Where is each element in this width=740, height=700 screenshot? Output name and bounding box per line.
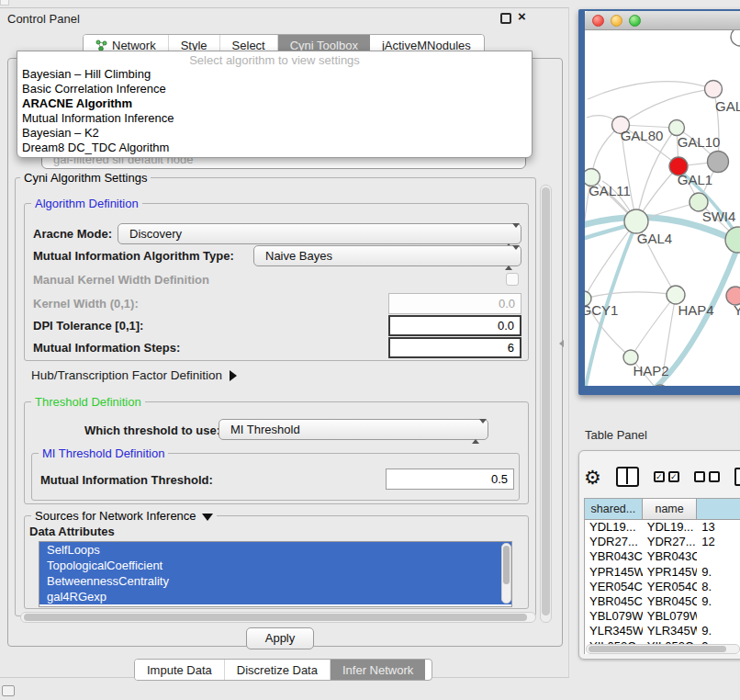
which-threshold-combo[interactable]: MI Threshold <box>219 419 488 440</box>
network-window-titlebar[interactable] <box>585 11 740 30</box>
table-cell: YDL19... <box>643 520 698 535</box>
sources-title[interactable]: Sources for Network Inference <box>31 509 217 523</box>
network-edge <box>585 221 636 299</box>
table-cell: YBL079W <box>585 609 643 624</box>
network-node[interactable] <box>731 30 740 46</box>
settings-hscrollbar[interactable] <box>20 612 536 623</box>
network-window: GALGAL80GAL10GAL1GAL11SWI4GAL4GCY1HAP4YH… <box>578 9 740 395</box>
table-cell: YDL19... <box>585 520 643 535</box>
attribute-item[interactable]: SelfLoops <box>39 542 511 558</box>
scrollbar-thumb[interactable] <box>24 614 527 621</box>
table-row[interactable]: YDL19...YDL19...13 <box>585 520 740 535</box>
node-label: GAL <box>715 98 740 114</box>
minimize-traffic-light[interactable] <box>611 15 622 27</box>
zoom-traffic-light[interactable] <box>629 15 641 27</box>
scrollbar-thumb[interactable] <box>589 646 726 652</box>
kernel-width-field[interactable] <box>388 293 521 314</box>
algorithm-option[interactable]: Dream8 DC_TDC Algorithm <box>17 141 532 155</box>
table-row[interactable]: YER054CYER054C8. <box>585 580 740 594</box>
algorithm-option[interactable]: ARACNE Algorithm <box>17 96 532 111</box>
mi-steps-label: Mutual Information Steps: <box>33 341 180 355</box>
collapse-arrow-icon <box>202 514 213 521</box>
attribute-item[interactable]: BetweennessCentrality <box>39 573 511 589</box>
aracne-mode-label: Aracne Mode: <box>33 227 112 241</box>
new-table-icon[interactable] <box>734 468 740 486</box>
table-cell: 9. <box>697 624 740 638</box>
node-label: GCY1 <box>585 302 618 318</box>
column-header[interactable]: name <box>643 499 698 520</box>
scrollbar-thumb[interactable] <box>542 187 550 615</box>
table-cell: YDR27... <box>585 535 643 549</box>
table-row[interactable]: YLR345WYLR345W9. <box>585 624 740 638</box>
algorithm-definition-title: Algorithm Definition <box>31 197 142 210</box>
node-label: GAL11 <box>589 183 631 198</box>
network-node[interactable] <box>667 286 685 304</box>
table-row[interactable]: YDR27...YDR27...12 <box>585 535 740 549</box>
deselect-all-icon[interactable] <box>694 471 720 482</box>
node-label: Y <box>734 302 740 318</box>
table-cell: 12 <box>697 535 740 549</box>
table-row[interactable]: YBR043CYBR043C <box>585 549 740 564</box>
table-row[interactable]: YBR045CYBR045C9. <box>585 594 740 609</box>
network-node[interactable] <box>705 81 723 98</box>
close-traffic-light[interactable] <box>592 15 604 27</box>
spinner-arrows-icon <box>472 423 479 440</box>
table-cell: YER054C <box>643 580 698 594</box>
mi-threshold-field[interactable] <box>386 469 514 490</box>
spinner-arrows-icon <box>505 228 512 244</box>
data-attributes-list[interactable]: SelfLoopsTopologicalCoefficientBetweenne… <box>39 541 512 607</box>
gear-icon[interactable]: ⚙ <box>584 468 601 487</box>
float-window-icon[interactable] <box>500 13 511 24</box>
table-header: shared...name <box>585 499 740 520</box>
apply-button[interactable]: Apply <box>246 627 314 649</box>
network-canvas[interactable]: GALGAL80GAL10GAL1GAL11SWI4GAL4GCY1HAP4YH… <box>585 30 740 386</box>
dpi-tolerance-field[interactable] <box>388 315 521 336</box>
table-toolbar: ⚙ ✓✓ <box>584 463 740 491</box>
network-node[interactable] <box>708 152 729 173</box>
table-cell: YBR045C <box>643 594 698 609</box>
table-row[interactable]: YBL079WYBL079W <box>585 609 740 624</box>
network-node[interactable] <box>669 120 685 136</box>
table-cell: 9. <box>697 594 740 609</box>
table-row[interactable]: YPR145WYPR145W9. <box>585 565 740 580</box>
mi-threshold-label: Mutual Information Threshold: <box>40 473 213 487</box>
hub-definition-label[interactable]: Hub/Transcription Factor Definition <box>31 368 237 382</box>
attribute-item[interactable]: TopologicalCoefficient <box>39 558 511 573</box>
manual-kernel-width-checkbox[interactable] <box>506 273 519 286</box>
tab-impute-data[interactable]: Impute Data <box>135 660 225 680</box>
network-edge <box>588 82 713 99</box>
network-icon <box>95 40 107 51</box>
algorithm-option[interactable]: Basic Correlation Inference <box>17 82 532 96</box>
select-all-icon[interactable]: ✓✓ <box>654 471 679 482</box>
algorithm-option[interactable]: Bayesian – K2 <box>17 126 532 141</box>
table-hscrollbar[interactable] <box>586 644 740 654</box>
table-cell: YDR27... <box>643 535 698 549</box>
algorithm-option[interactable]: Bayesian – Hill Climbing <box>17 67 532 82</box>
cyni-algorithm-settings-title: Cyni Algorithm Settings <box>20 171 151 185</box>
dropdown-prompt: Select algorithm to view settings <box>17 51 532 67</box>
column-header[interactable]: shared... <box>585 499 643 520</box>
splitter-handle-icon[interactable] <box>559 340 564 347</box>
network-node[interactable] <box>725 227 740 253</box>
tab-infer-network[interactable]: Infer Network <box>331 660 425 680</box>
node-label: GAL10 <box>678 134 721 150</box>
table-cell: 8. <box>697 580 740 594</box>
attribute-item[interactable]: gal4RGexp <box>39 589 511 604</box>
mi-algorithm-type-combo[interactable]: Naive Bayes <box>253 245 521 266</box>
node-label: HAP4 <box>678 302 713 318</box>
minimized-panel-icon[interactable] <box>2 685 15 696</box>
split-view-icon[interactable] <box>616 467 639 487</box>
node-table: shared...name YDL19...YDL19...13YDR27...… <box>584 498 740 654</box>
attributes-scrollbar[interactable] <box>501 543 511 604</box>
table-cell: 13 <box>697 520 740 535</box>
table-cell: YER054C <box>585 580 643 594</box>
data-attributes-label: Data Attributes <box>29 525 115 538</box>
column-header[interactable] <box>697 499 740 520</box>
scrollbar-thumb[interactable] <box>503 546 510 584</box>
mi-steps-field[interactable] <box>388 337 521 358</box>
close-icon[interactable]: × <box>518 8 526 24</box>
aracne-mode-combo[interactable]: Discovery <box>118 223 521 244</box>
tab-discretize-data[interactable]: Discretize Data <box>225 660 331 680</box>
settings-vscrollbar[interactable] <box>540 185 552 623</box>
algorithm-option[interactable]: Mutual Information Inference <box>17 111 532 126</box>
